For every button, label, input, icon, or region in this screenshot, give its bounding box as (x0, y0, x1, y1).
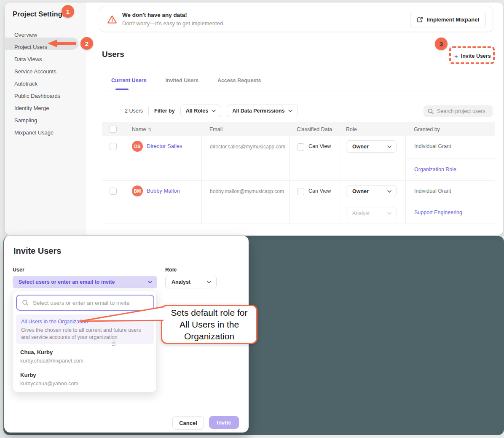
no-data-banner: We don't have any data! Don't worry—it's… (100, 6, 493, 32)
implement-mixpanel-label: Implement Mixpanel (427, 16, 479, 23)
search-icon (22, 299, 29, 306)
users-tabs: Current Users Invited Users Access Reque… (106, 78, 266, 90)
annotation-badge-2: 2 (80, 37, 93, 50)
search-icon (428, 108, 434, 114)
option-user[interactable]: Kurby kurbycchua@yahoo.com (20, 372, 78, 387)
filter-row: 2 Users Filter by All Roles All Data Per… (125, 105, 298, 117)
annotation-badge-1: 1 (62, 5, 74, 18)
user-email: director.salles@mymusicapp.com (201, 136, 289, 180)
settings-sidebar: Project Settings Overview Project Users … (5, 3, 86, 235)
sidebar-item-service-accounts[interactable]: Service Accounts (5, 65, 83, 78)
sidebar-item-data-views[interactable]: Data Views (5, 53, 83, 65)
chevron-down-icon (387, 190, 391, 193)
external-link-icon (417, 16, 423, 23)
tab-access-requests[interactable]: Access Requests (212, 78, 266, 90)
callout-text: Sets default role for All Users in the O… (166, 307, 253, 342)
select-all-checkbox[interactable] (110, 126, 117, 133)
users-table: Name⇅ Email Classified Data Role Granted… (102, 122, 495, 223)
can-view-label: Can View (308, 143, 331, 149)
invite-button[interactable]: Invite (209, 416, 239, 429)
option-user[interactable]: Chua, Kurby kurby.chua@mixpanel.com (20, 349, 83, 364)
chevron-down-icon (212, 110, 216, 112)
table-header-row: Name⇅ Email Classified Data Role Granted… (102, 122, 495, 136)
tabs-divider (102, 91, 495, 91)
organization-role-link[interactable]: Organization Role (414, 167, 456, 172)
user-label: User (13, 267, 24, 273)
warning-icon (107, 15, 117, 26)
user-select-field[interactable]: Select users or enter an email to invite (13, 276, 157, 288)
can-view-checkbox[interactable] (297, 143, 304, 150)
dialog-title: Invite Users (13, 246, 61, 256)
sidebar-item-sampling[interactable]: Sampling (5, 114, 83, 126)
table-row: BM Bobby Mallon bobby.mallon@mymusicapp.… (102, 181, 495, 223)
role-dropdown-disabled: Analyst (346, 207, 397, 219)
sidebar-item-mixpanel-usage[interactable]: Mixpanel Usage (5, 126, 83, 139)
project-settings-screenshot: Project Settings Overview Project Users … (5, 3, 503, 235)
col-classified: Classified Data (297, 126, 332, 132)
callout-pointer (78, 305, 164, 325)
roles-filter-dropdown[interactable]: All Roles (180, 105, 222, 117)
avatar: BM (132, 185, 143, 196)
chevron-down-icon (148, 281, 152, 283)
search-project-users-input[interactable]: Search project users (424, 105, 493, 117)
user-count: 2 Users (125, 108, 143, 114)
row-checkbox[interactable] (110, 143, 117, 150)
sidebar-item-identity-merge[interactable]: Identity Merge (5, 102, 83, 114)
chevron-down-icon (288, 110, 292, 112)
filter-by-label: Filter by (154, 108, 175, 114)
annotation-callout: Sets default role for All Users in the O… (161, 305, 257, 344)
role-select-field[interactable]: Analyst (165, 276, 217, 288)
granted-by-value: Individual Grant (406, 136, 495, 159)
sort-icon[interactable]: ⇅ (148, 127, 151, 132)
option-description: Gives the chosen role to all current and… (21, 327, 149, 341)
role-label: Role (165, 267, 177, 273)
col-name: Name (132, 126, 146, 132)
table-row: DS Director Salles director.salles@mymus… (102, 136, 495, 181)
page-title: Project Settings (13, 10, 66, 18)
cancel-button[interactable]: Cancel (172, 416, 204, 430)
chevron-down-icon (207, 281, 211, 283)
user-email: bobby.mallon@mymusicapp.com (201, 181, 289, 223)
col-role: Role (346, 126, 357, 132)
role-dropdown[interactable]: Owner (346, 140, 397, 153)
implement-mixpanel-button[interactable]: Implement Mixpanel (410, 12, 486, 27)
page: { "colors": { "accent_coral": "#F3694C",… (0, 0, 504, 438)
users-heading: Users (102, 50, 124, 59)
tab-current-users[interactable]: Current Users (106, 78, 151, 90)
avatar: DS (132, 141, 143, 152)
support-engineering-link[interactable]: Support Engineering (414, 210, 462, 215)
col-email: Email (209, 126, 223, 132)
user-name-link[interactable]: Director Salles (147, 143, 182, 149)
user-name-link[interactable]: Bobby Mallon (147, 188, 180, 194)
role-dropdown[interactable]: Owner (346, 185, 397, 197)
search-placeholder: Search project users (437, 108, 485, 114)
chevron-down-icon (387, 212, 391, 215)
sidebar-item-public-dashboards[interactable]: Public Dashboards (5, 90, 83, 102)
sidebar-item-autotrack[interactable]: Autotrack (5, 78, 83, 90)
chevron-down-icon (387, 145, 391, 148)
banner-subtitle: Don't worry—it's easy to get implemented… (122, 20, 225, 27)
dialog-footer: Cancel Invite (4, 409, 249, 433)
divider (148, 107, 149, 115)
row-checkbox[interactable] (110, 188, 117, 195)
annotation-dashed-highlight (449, 46, 495, 64)
col-granted: Granted by (414, 126, 440, 132)
can-view-label: Can View (308, 188, 331, 194)
granted-by-value: Individual Grant (406, 181, 495, 203)
can-view-checkbox[interactable] (297, 188, 304, 195)
tab-invited-users[interactable]: Invited Users (160, 78, 204, 90)
permissions-filter-dropdown[interactable]: All Data Permissions (227, 105, 298, 117)
banner-title: We don't have any data! (122, 12, 187, 18)
annotation-arrow-icon (48, 39, 77, 48)
annotation-badge-3: 3 (435, 38, 448, 50)
